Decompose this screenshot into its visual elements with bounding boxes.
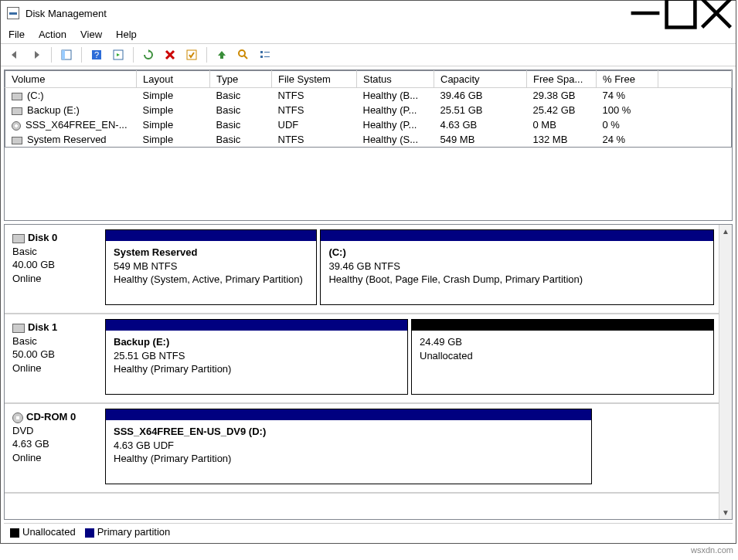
partition-size: 24.49 GB (420, 335, 706, 349)
volume-row[interactable]: (C:)SimpleBasicNTFSHealthy (B...39.46 GB… (5, 88, 732, 104)
partition-title: Backup (E:) (114, 335, 400, 349)
disk-management-window: Disk Management File Action View Help ? (0, 0, 736, 544)
col-volume[interactable]: Volume (5, 71, 137, 88)
partition-status: Healthy (Primary Partition) (114, 452, 583, 466)
partition-size: 549 MB NTFS (114, 260, 308, 273)
app-icon (7, 7, 19, 19)
partition-container: SSS_X64FREE_EN-US_DV9 (D:)4.63 GB UDFHea… (104, 404, 719, 492)
disk-kind: Basic (12, 334, 96, 348)
disk-state: Online (12, 361, 96, 375)
back-button[interactable] (5, 46, 24, 63)
disk-state: Online (12, 451, 96, 465)
disk-state: Online (12, 272, 96, 286)
properties-button[interactable] (182, 46, 201, 63)
volume-row[interactable]: Backup (E:)SimpleBasicNTFSHealthy (P...2… (5, 103, 732, 117)
svg-rect-16 (260, 56, 263, 58)
forward-button[interactable] (27, 46, 46, 63)
menubar: File Action View Help (1, 25, 736, 43)
svg-rect-5 (62, 50, 65, 59)
help-button[interactable]: ? (87, 46, 106, 63)
partition-size: 4.63 GB UDF (114, 439, 583, 453)
partition-title: (C:) (328, 246, 706, 260)
svg-line-13 (244, 56, 247, 59)
partition[interactable]: SSS_X64FREE_EN-US_DV9 (D:)4.63 GB UDFHea… (105, 409, 592, 484)
disc-drive-icon (12, 412, 23, 423)
svg-rect-14 (260, 51, 263, 53)
column-headers[interactable]: Volume Layout Type File System Status Ca… (5, 71, 732, 88)
volume-row[interactable]: SSS_X64FREE_EN-...SimpleBasicUDFHealthy … (5, 117, 732, 132)
menu-help[interactable]: Help (116, 29, 137, 40)
close-button[interactable] (699, 2, 734, 25)
volume-list[interactable]: Volume Layout Type File System Status Ca… (4, 70, 733, 221)
col-free[interactable]: Free Spa... (527, 71, 597, 88)
partition-title: System Reserved (114, 246, 308, 260)
disk-size: 40.00 GB (12, 258, 96, 272)
col-layout[interactable]: Layout (137, 71, 210, 88)
volume-row[interactable]: System ReservedSimpleBasicNTFSHealthy (S… (5, 132, 732, 148)
partition[interactable]: Backup (E:)25.51 GB NTFSHealthy (Primary… (105, 319, 408, 395)
up-button[interactable] (213, 46, 231, 63)
menu-action[interactable]: Action (39, 29, 66, 40)
drive-icon (12, 137, 22, 144)
window-title: Disk Management (26, 8, 627, 19)
menu-view[interactable]: View (80, 29, 102, 40)
disk-kind: DVD (12, 424, 96, 438)
partition[interactable]: (C:)39.46 GB NTFSHealthy (Boot, Page Fil… (320, 229, 714, 305)
unallocated-header (412, 320, 713, 331)
remove-button[interactable] (161, 46, 179, 63)
disk-map: Disk 0Basic40.00 GBOnlineSystem Reserved… (4, 224, 733, 520)
maximize-button[interactable] (663, 2, 699, 25)
col-pct[interactable]: % Free (597, 71, 658, 88)
titlebar: Disk Management (1, 1, 736, 25)
col-fs[interactable]: File System (272, 71, 357, 88)
menu-file[interactable]: File (9, 29, 25, 40)
partition[interactable]: 24.49 GBUnallocated (411, 319, 714, 395)
watermark: wsxdn.com (0, 544, 738, 555)
legend-unallocated: Unallocated (10, 526, 76, 538)
disk-name: Disk 1 (28, 321, 57, 333)
toolbar: ? (1, 43, 736, 66)
partition-title: SSS_X64FREE_EN-US_DV9 (D:) (114, 425, 583, 439)
partition-status: Healthy (Boot, Page File, Crash Dump, Pr… (328, 273, 706, 287)
vertical-scrollbar[interactable]: ▲ ▼ (719, 225, 732, 519)
disk-info[interactable]: CD-ROM 0DVD4.63 GBOnline (5, 404, 104, 492)
col-type[interactable]: Type (210, 71, 272, 88)
disk-info[interactable]: Disk 0Basic40.00 GBOnline (5, 225, 104, 313)
list-settings-button[interactable] (256, 46, 274, 63)
primary-partition-header (106, 230, 316, 241)
action-list-button[interactable] (109, 46, 128, 63)
disk-info[interactable]: Disk 1Basic50.00 GBOnline (5, 314, 104, 402)
drive-icon (12, 93, 22, 100)
col-capacity[interactable]: Capacity (434, 71, 527, 88)
find-button[interactable] (234, 46, 253, 63)
svg-text:?: ? (94, 50, 99, 59)
partition-status: Healthy (System, Active, Primary Partiti… (114, 273, 308, 287)
show-hide-console-tree-button[interactable] (57, 46, 76, 63)
scroll-up-button[interactable]: ▲ (719, 225, 732, 238)
content-area: Volume Layout Type File System Status Ca… (1, 66, 736, 543)
disk-row: CD-ROM 0DVD4.63 GBOnlineSSS_X64FREE_EN-U… (5, 404, 719, 494)
svg-rect-1 (667, 0, 695, 27)
svg-rect-17 (264, 56, 270, 57)
partition-container: Backup (E:)25.51 GB NTFSHealthy (Primary… (104, 314, 719, 402)
hard-disk-icon (12, 234, 25, 243)
legend-primary: Primary partition (85, 526, 171, 538)
partition-status: Unallocated (420, 349, 706, 363)
disk-row: Disk 1Basic50.00 GBOnlineBackup (E:)25.5… (5, 314, 719, 404)
scroll-down-button[interactable]: ▼ (719, 506, 732, 519)
primary-partition-header (106, 320, 407, 331)
partition[interactable]: System Reserved549 MB NTFSHealthy (Syste… (105, 229, 317, 305)
drive-icon (12, 107, 22, 115)
partition-container: System Reserved549 MB NTFSHealthy (Syste… (104, 225, 719, 313)
col-status[interactable]: Status (357, 71, 434, 88)
primary-partition-header (321, 230, 713, 241)
minimize-button[interactable] (627, 2, 663, 25)
partition-size: 25.51 GB NTFS (114, 349, 400, 363)
svg-rect-15 (264, 52, 270, 53)
refresh-button[interactable] (139, 46, 158, 63)
disc-icon (12, 121, 21, 131)
disk-size: 4.63 GB (12, 437, 96, 451)
svg-point-12 (239, 50, 245, 56)
hard-disk-icon (12, 324, 25, 333)
disk-size: 50.00 GB (12, 348, 96, 361)
